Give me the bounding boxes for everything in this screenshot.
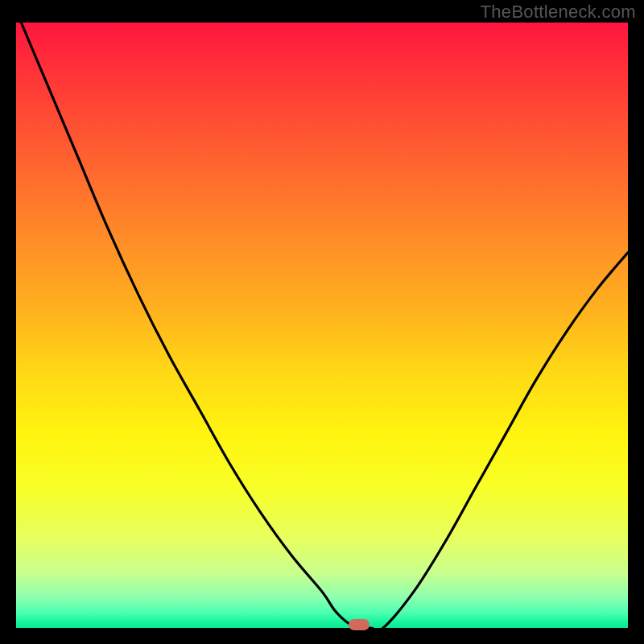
minimum-marker [349,619,369,630]
plot-area-outer [16,23,628,628]
bottleneck-curve [16,23,628,628]
watermark-text: TheBottleneck.com [481,2,636,23]
chart-frame: TheBottleneck.com [0,0,644,644]
